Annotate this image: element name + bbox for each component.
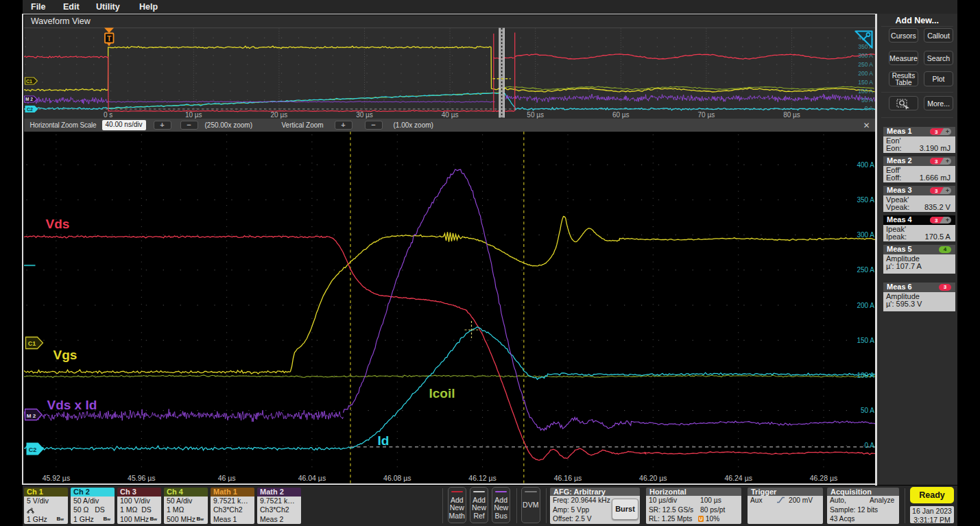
svg-text:60 µs: 60 µs <box>612 110 629 118</box>
svg-text:50 µs: 50 µs <box>527 110 544 118</box>
svg-text:Vds x Id: Vds x Id <box>47 398 97 412</box>
svg-text:40 µs: 40 µs <box>441 110 458 118</box>
svg-text:Vgs: Vgs <box>53 348 77 362</box>
svg-text:20 µs: 20 µs <box>270 110 287 118</box>
svg-text:45.96 µs: 45.96 µs <box>128 474 156 482</box>
svg-text:70 µs: 70 µs <box>697 110 715 118</box>
svg-text:C1: C1 <box>27 340 36 347</box>
svg-text:C2: C2 <box>28 446 36 453</box>
svg-text:46.20 µs: 46.20 µs <box>639 474 667 482</box>
svg-text:250 A: 250 A <box>858 60 873 67</box>
svg-text:400 A: 400 A <box>857 161 874 169</box>
svg-text:50 A: 50 A <box>860 407 874 414</box>
svg-text:M 2: M 2 <box>26 413 36 419</box>
svg-text:200 A: 200 A <box>857 302 874 309</box>
svg-text:45.92 µs: 45.92 µs <box>42 474 70 482</box>
svg-text:250 A: 250 A <box>857 266 874 274</box>
svg-text:46.28 µs: 46.28 µs <box>809 474 837 482</box>
svg-text:150 A: 150 A <box>858 78 873 85</box>
svg-text:Vds: Vds <box>45 217 69 231</box>
svg-text:300 A: 300 A <box>858 51 873 58</box>
svg-text:0 s: 0 s <box>104 110 112 118</box>
svg-text:C2: C2 <box>27 107 33 112</box>
svg-text:Id: Id <box>377 433 389 448</box>
svg-text:46.12 µs: 46.12 µs <box>468 474 497 482</box>
svg-text:10 µs: 10 µs <box>184 110 202 118</box>
svg-text:46.08 µs: 46.08 µs <box>383 474 411 482</box>
svg-text:200 A: 200 A <box>858 69 873 76</box>
svg-text:350 A: 350 A <box>857 196 874 204</box>
svg-text:0 A: 0 A <box>864 105 873 112</box>
svg-text:M 2: M 2 <box>25 97 33 101</box>
svg-text:80 µs: 80 µs <box>783 110 800 118</box>
svg-text:46.04 µs: 46.04 µs <box>298 474 326 482</box>
svg-text:46.16 µs: 46.16 µs <box>553 474 582 482</box>
svg-text:Icoil: Icoil <box>429 386 455 401</box>
svg-text:T: T <box>107 34 112 42</box>
svg-text:U: U <box>699 516 702 521</box>
svg-text:46.24 µs: 46.24 µs <box>724 474 752 482</box>
svg-text:30 µs: 30 µs <box>356 110 373 118</box>
svg-text:300 A: 300 A <box>857 231 874 239</box>
svg-text:100 A: 100 A <box>857 372 874 379</box>
svg-text:50 A: 50 A <box>861 96 872 103</box>
svg-text:150 A: 150 A <box>857 337 874 344</box>
svg-text:C1: C1 <box>26 79 32 84</box>
svg-text:100 A: 100 A <box>858 87 873 94</box>
svg-text:0 A: 0 A <box>864 442 874 449</box>
svg-text:46 µs: 46 µs <box>217 474 235 482</box>
